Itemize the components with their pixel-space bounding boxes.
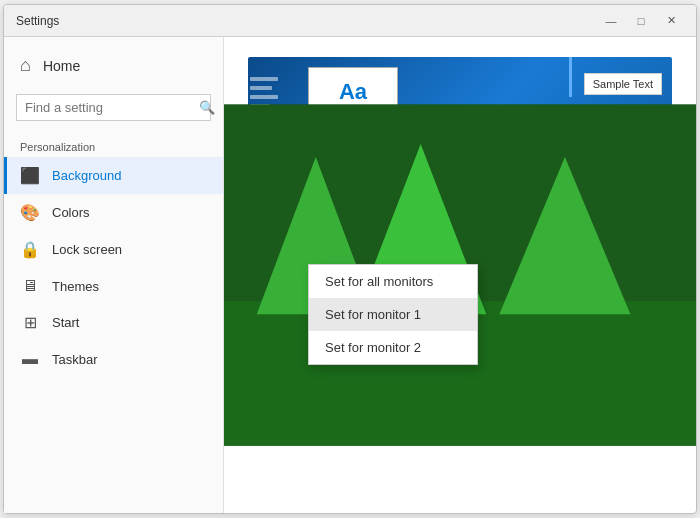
window-controls: — □ ✕ [598,11,684,31]
sidebar-item-taskbar-label: Taskbar [52,352,98,367]
sidebar-item-colors-label: Colors [52,205,90,220]
context-menu: Set for all monitors Set for monitor 1 S… [308,264,478,365]
sidebar-section-label: Personalization [4,129,223,157]
sidebar-item-themes[interactable]: 🖥 Themes [4,268,223,304]
context-menu-monitor-1[interactable]: Set for monitor 1 [309,298,477,331]
taskbar-icon: ▬ [20,350,40,368]
minimize-button[interactable]: — [598,11,624,31]
home-icon: ⌂ [20,55,31,76]
start-icon: ⊞ [20,313,40,332]
sidebar-item-background[interactable]: ⬛ Background [4,157,223,194]
sidebar-item-colors[interactable]: 🎨 Colors [4,194,223,231]
svg-rect-12 [482,333,554,385]
search-icon: 🔍 [199,100,215,115]
context-menu-monitor-2[interactable]: Set for monitor 2 [309,331,477,364]
search-box[interactable]: 🔍 [16,94,211,121]
sidebar-item-lock-screen[interactable]: 🔒 Lock screen [4,231,223,268]
sidebar-item-themes-label: Themes [52,279,99,294]
sidebar-item-lock-label: Lock screen [52,242,122,257]
thumb-forest2-bg [484,335,552,383]
sidebar: ⌂ Home 🔍 Personalization ⬛ Background 🎨 … [4,37,224,513]
context-menu-all-monitors[interactable]: Set for all monitors [309,265,477,298]
themes-icon: 🖥 [20,277,40,295]
sidebar-home[interactable]: ⌂ Home [4,45,223,86]
window-title: Settings [16,14,598,28]
thumbnail-4[interactable] [482,333,554,385]
sidebar-item-start[interactable]: ⊞ Start [4,304,223,341]
lock-screen-icon: 🔒 [20,240,40,259]
main-content: Aa Sample Text Backg Pictu ▼ [224,37,696,513]
sidebar-home-label: Home [43,58,80,74]
maximize-button[interactable]: □ [628,11,654,31]
sidebar-item-background-label: Background [52,168,121,183]
settings-window: Settings — □ ✕ ⌂ Home 🔍 Personalization [3,4,697,514]
background-icon: ⬛ [20,166,40,185]
close-button[interactable]: ✕ [658,11,684,31]
search-input[interactable] [25,100,193,115]
content-area: ⌂ Home 🔍 Personalization ⬛ Background 🎨 … [4,37,696,513]
sidebar-item-taskbar[interactable]: ▬ Taskbar [4,341,223,377]
title-bar: Settings — □ ✕ [4,5,696,37]
colors-icon: 🎨 [20,203,40,222]
sidebar-item-start-label: Start [52,315,79,330]
